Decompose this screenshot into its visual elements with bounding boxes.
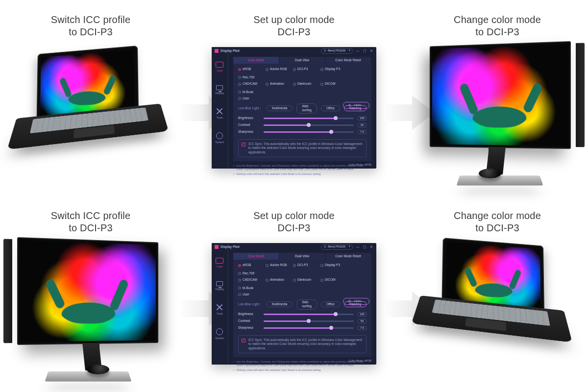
- monitor-side: [576, 43, 585, 147]
- sidebar-item-display[interactable]: Display: [215, 281, 224, 291]
- mode-display-p3[interactable]: Display P3: [320, 67, 344, 71]
- mode-label: User: [243, 97, 249, 100]
- flow-arrow-icon: [385, 96, 407, 130]
- sidebar-item-tools[interactable]: Tools: [216, 304, 223, 316]
- app-logo-icon: [215, 245, 219, 249]
- mode-label: Display P3: [325, 67, 340, 71]
- undo-button[interactable]: Undo: [343, 102, 369, 109]
- contrast-row: Contrast 50: [238, 319, 367, 323]
- radio-icon: [238, 287, 241, 290]
- brightness-slider[interactable]: [264, 314, 354, 315]
- radio-icon: [238, 293, 241, 296]
- undo-button[interactable]: Undo: [343, 298, 369, 305]
- mode-animation[interactable]: Animation: [266, 278, 289, 282]
- mode-animation[interactable]: Animation: [266, 82, 289, 86]
- contrast-value: 50: [358, 319, 367, 323]
- sharpness-row: Sharpness 7.5: [238, 130, 367, 134]
- sidebar-label: System: [215, 337, 224, 340]
- monitor-device: [414, 41, 581, 196]
- caption-left: Switch ICC profile to DCI-P3: [51, 14, 131, 38]
- caption-line: Change color mode: [454, 14, 541, 25]
- mode-dicom[interactable]: DICOM: [320, 278, 344, 282]
- lbl-web-surfing[interactable]: Web surfing: [296, 103, 317, 114]
- mode-darkroom[interactable]: Darkroom: [293, 278, 317, 282]
- cell-target-monitor: Change color mode to DCI-P3: [407, 0, 588, 196]
- arrow-gap: [181, 0, 203, 196]
- mode-label: Darkroom: [297, 82, 312, 86]
- mode-display-p3[interactable]: Display P3: [320, 263, 344, 267]
- sidebar-item-tools[interactable]: Tools: [216, 108, 223, 120]
- mode-row: User: [238, 97, 367, 100]
- mode-label: Darkroom: [297, 278, 312, 282]
- radio-icon: [266, 279, 269, 282]
- caption-center: Set up color mode DCI-P3: [253, 14, 335, 38]
- display-pilot-window: Display Pilot 2 - BenQ PD3220 — ▢ ✕ Colo…: [212, 47, 376, 169]
- lbl-label: Low Blue Light :: [238, 302, 263, 306]
- sidebar-item-color[interactable]: Color: [216, 258, 223, 269]
- mode-mbook[interactable]: M-Book: [238, 90, 262, 94]
- mode-row: sRGB Adobe RGB DCI-P3 Display P3 Rec.709: [238, 263, 367, 275]
- sidebar-item-display[interactable]: Display: [215, 85, 224, 95]
- mode-user[interactable]: User: [238, 97, 262, 100]
- color-splash-art: [432, 44, 568, 146]
- flow-row-2: Switch ICC profile to DCI-P3 Set up colo…: [0, 196, 588, 392]
- mode-sRGB[interactable]: sRGB: [238, 67, 262, 71]
- color-mode-panel: sRGB Adobe RGB DCI-P3 Display P3 Rec.709…: [233, 64, 371, 161]
- lbl-office[interactable]: Office: [321, 105, 340, 111]
- sharpness-value: 7.5: [358, 326, 367, 330]
- mode-cadcam[interactable]: CAD/CAM: [238, 82, 262, 86]
- mode-rec709[interactable]: Rec.709: [238, 271, 262, 275]
- brightness-slider[interactable]: [264, 118, 354, 119]
- mode-adobe-rgb[interactable]: Adobe RGB: [266, 67, 289, 71]
- sharpness-slider[interactable]: [264, 327, 354, 329]
- tab-dual-view[interactable]: Dual View: [279, 253, 325, 260]
- sidebar-item-system[interactable]: System: [215, 132, 224, 144]
- mode-dci-p3[interactable]: DCI-P3: [293, 67, 317, 71]
- mode-cadcam[interactable]: CAD/CAM: [238, 278, 262, 282]
- radio-icon: [238, 279, 241, 282]
- sidebar-item-color[interactable]: Color: [216, 62, 223, 73]
- tools-icon: [216, 108, 223, 115]
- monitor-device: [7, 237, 174, 392]
- mode-darkroom[interactable]: Darkroom: [293, 82, 317, 86]
- sidebar-item-system[interactable]: System: [215, 328, 224, 340]
- icc-sync-checkbox[interactable]: [242, 339, 245, 343]
- tab-color-mode[interactable]: Color Mode: [233, 253, 279, 260]
- mode-row: User: [238, 293, 367, 296]
- mode-adobe-rgb[interactable]: Adobe RGB: [266, 263, 289, 267]
- mode-mbook[interactable]: M-Book: [238, 286, 262, 290]
- sharpness-slider[interactable]: [264, 131, 354, 133]
- app-logo-icon: [215, 49, 219, 53]
- lbl-multimedia[interactable]: Multimedia: [267, 301, 293, 307]
- mode-label: sRGB: [243, 67, 251, 71]
- mode-sRGB[interactable]: sRGB: [238, 263, 262, 267]
- arrow-gap: [385, 0, 407, 196]
- sidebar: Color Display Tools System: [212, 47, 228, 169]
- icc-sync-checkbox[interactable]: [242, 143, 245, 147]
- mode-dci-p3[interactable]: DCI-P3: [293, 263, 317, 267]
- contrast-slider[interactable]: [264, 320, 354, 322]
- tab-color-mode-reset[interactable]: Color Mode Reset: [325, 57, 371, 64]
- tab-dual-view[interactable]: Dual View: [279, 57, 325, 64]
- mode-rec709[interactable]: Rec.709: [238, 75, 262, 79]
- lbl-office[interactable]: Office: [321, 301, 340, 307]
- caption-line: to DCI-P3: [475, 26, 519, 37]
- lbl-multimedia[interactable]: Multimedia: [267, 105, 293, 111]
- lbl-web-surfing[interactable]: Web surfing: [296, 299, 317, 310]
- color-icon: [216, 62, 223, 68]
- tab-color-mode[interactable]: Color Mode: [233, 57, 279, 64]
- mode-user[interactable]: User: [238, 293, 262, 296]
- contrast-slider[interactable]: [264, 124, 354, 126]
- radio-icon: [266, 68, 269, 71]
- tab-color-mode-reset[interactable]: Color Mode Reset: [325, 253, 371, 260]
- arrow-gap: [181, 196, 203, 392]
- monitor-side: [3, 239, 12, 343]
- cell-source-monitor: Switch ICC profile to DCI-P3: [0, 196, 181, 392]
- mode-dicom[interactable]: DICOM: [320, 82, 344, 86]
- caption-line: DCI-P3: [278, 26, 311, 37]
- brightness-row: Brightness 100: [238, 312, 367, 317]
- caption-line: DCI-P3: [278, 222, 311, 233]
- caption-line: to DCI-P3: [69, 26, 113, 37]
- cell-source-laptop: Switch ICC profile to DCI-P3: [0, 0, 181, 196]
- caption-line: Switch ICC profile: [51, 210, 131, 221]
